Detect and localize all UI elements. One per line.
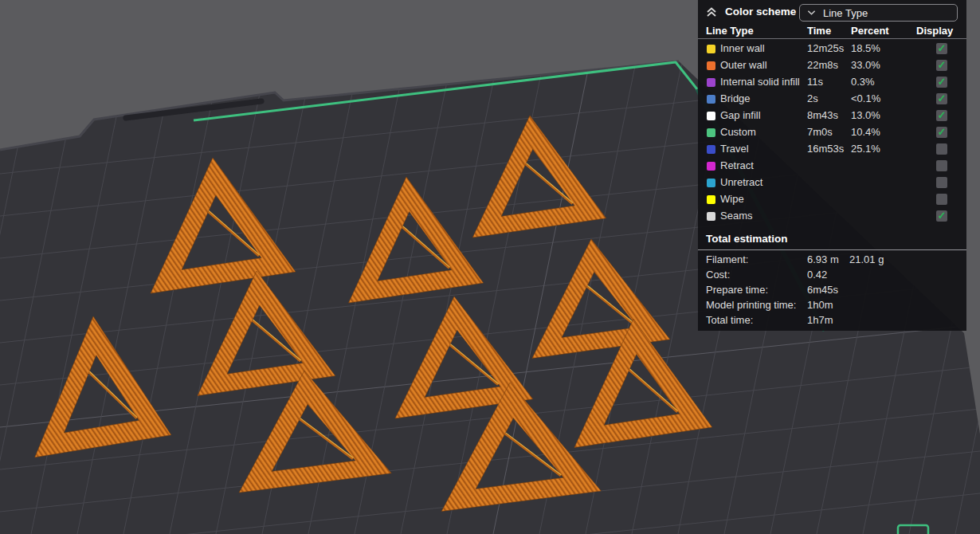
total-label: Cost: xyxy=(706,269,730,281)
line-type-percent: 25.1% xyxy=(851,143,880,155)
panel-header: Color scheme Line Type xyxy=(698,0,966,24)
color-swatch xyxy=(707,162,715,171)
line-type-percent: 33.0% xyxy=(851,59,880,71)
total-value: 1h7m xyxy=(807,314,833,326)
color-swatch xyxy=(707,61,715,70)
color-swatch xyxy=(707,112,715,120)
line-type-label: Custom xyxy=(720,126,756,138)
check-icon: ✓ xyxy=(938,77,947,87)
check-icon: ✓ xyxy=(938,43,947,53)
total-row: Model printing time:1h0m xyxy=(698,297,966,312)
check-icon: ✓ xyxy=(938,60,947,70)
line-type-row: Outer wall22m8s33.0%✓ xyxy=(698,57,966,74)
line-type-row: Inner wall12m25s18.5%✓ xyxy=(698,41,966,57)
display-checkbox[interactable] xyxy=(936,194,947,205)
header-divider xyxy=(698,38,966,39)
total-value-2: 21.01 g xyxy=(849,253,884,265)
line-type-row: Travel16m53s25.1% xyxy=(698,141,966,158)
total-value: 6m45s xyxy=(807,284,838,296)
color-swatch xyxy=(707,212,715,221)
total-value: 1h0m xyxy=(807,299,833,311)
line-type-time: 16m53s xyxy=(807,143,844,155)
col-time: Time xyxy=(807,25,831,37)
line-type-row: Unretract xyxy=(698,175,966,191)
line-type-row: Custom7m0s10.4%✓ xyxy=(698,124,966,141)
total-estimation-title: Total estimation xyxy=(706,233,788,245)
line-type-row: Retract xyxy=(698,158,966,175)
total-value: 0.42 xyxy=(807,269,827,281)
line-type-time: 12m25s xyxy=(807,42,844,54)
color-swatch xyxy=(707,179,715,187)
color-swatch xyxy=(707,128,715,137)
color-swatch xyxy=(707,45,715,53)
line-type-percent: 18.5% xyxy=(851,42,880,54)
color-swatch xyxy=(707,145,715,154)
display-checkbox[interactable]: ✓ xyxy=(936,43,947,54)
line-type-time: 8m43s xyxy=(807,109,838,121)
line-type-percent: 0.3% xyxy=(851,76,875,88)
check-icon: ✓ xyxy=(938,93,947,104)
total-label: Prepare time: xyxy=(706,284,768,296)
line-type-row: Internal solid infill11s0.3%✓ xyxy=(698,74,966,91)
line-type-label: Seams xyxy=(720,210,752,222)
line-type-time: 11s xyxy=(807,76,823,88)
check-icon: ✓ xyxy=(938,127,947,137)
display-checkbox[interactable]: ✓ xyxy=(936,60,947,71)
collapse-panel-icon[interactable] xyxy=(705,6,718,18)
line-type-percent: 10.4% xyxy=(851,126,880,138)
total-estimation-rows: Filament:6.93 m21.01 gCost:0.42Prepare t… xyxy=(698,252,966,328)
color-swatch xyxy=(707,95,715,104)
total-row: Prepare time:6m45s xyxy=(698,282,966,297)
line-type-label: Retract xyxy=(720,159,754,171)
display-checkbox[interactable] xyxy=(936,177,947,188)
line-type-label: Unretract xyxy=(720,176,762,188)
chevron-down-icon xyxy=(807,10,816,16)
line-type-rows: Inner wall12m25s18.5%✓Outer wall22m8s33.… xyxy=(698,41,966,225)
line-type-percent: 13.0% xyxy=(851,109,880,121)
line-type-time: 22m8s xyxy=(807,59,838,71)
total-value: 6.93 m xyxy=(807,253,839,265)
total-row: Total time:1h7m xyxy=(698,312,966,328)
col-display: Display xyxy=(916,25,953,37)
color-swatch xyxy=(707,195,715,204)
line-type-row: Bridge2s<0.1%✓ xyxy=(698,91,966,108)
line-type-percent: <0.1% xyxy=(851,92,880,104)
line-type-label: Travel xyxy=(720,143,749,155)
line-type-time: 2s xyxy=(807,92,818,104)
col-line-type: Line Type xyxy=(706,25,754,37)
line-type-label: Wipe xyxy=(720,193,744,205)
total-label: Filament: xyxy=(706,253,748,265)
line-type-label: Internal solid infill xyxy=(720,76,800,88)
total-row: Cost:0.42 xyxy=(698,267,966,282)
display-checkbox[interactable]: ✓ xyxy=(936,210,947,222)
display-checkbox[interactable]: ✓ xyxy=(936,110,947,121)
slicer-preview-window: Color scheme Line Type Line Type Time Pe… xyxy=(0,0,980,534)
line-type-dropdown[interactable]: Line Type xyxy=(799,4,958,22)
total-label: Model printing time: xyxy=(706,299,796,311)
display-checkbox[interactable]: ✓ xyxy=(936,127,947,138)
panel-title: Color scheme xyxy=(725,6,796,18)
line-type-row: Seams✓ xyxy=(698,208,966,225)
check-icon: ✓ xyxy=(938,110,947,120)
display-checkbox[interactable] xyxy=(936,143,947,155)
line-type-time: 7m0s xyxy=(807,126,833,138)
line-type-label: Bridge xyxy=(720,92,751,104)
line-type-label: Inner wall xyxy=(720,42,765,54)
total-label: Total time: xyxy=(706,314,753,326)
table-column-headers: Line Type Time Percent Display xyxy=(698,25,966,38)
col-percent: Percent xyxy=(851,25,889,37)
check-icon: ✓ xyxy=(938,210,947,221)
dropdown-value: Line Type xyxy=(823,7,868,19)
color-swatch xyxy=(707,78,715,87)
line-type-label: Gap infill xyxy=(720,109,761,121)
line-type-label: Outer wall xyxy=(720,59,767,71)
display-checkbox[interactable] xyxy=(936,160,947,171)
total-row: Filament:6.93 m21.01 g xyxy=(698,252,966,267)
display-checkbox[interactable]: ✓ xyxy=(936,93,947,104)
totals-divider xyxy=(698,249,966,250)
color-scheme-panel: Color scheme Line Type Line Type Time Pe… xyxy=(698,0,966,331)
line-type-row: Gap infill8m43s13.0%✓ xyxy=(698,108,966,124)
line-type-row: Wipe xyxy=(698,191,966,208)
display-checkbox[interactable]: ✓ xyxy=(936,77,947,88)
